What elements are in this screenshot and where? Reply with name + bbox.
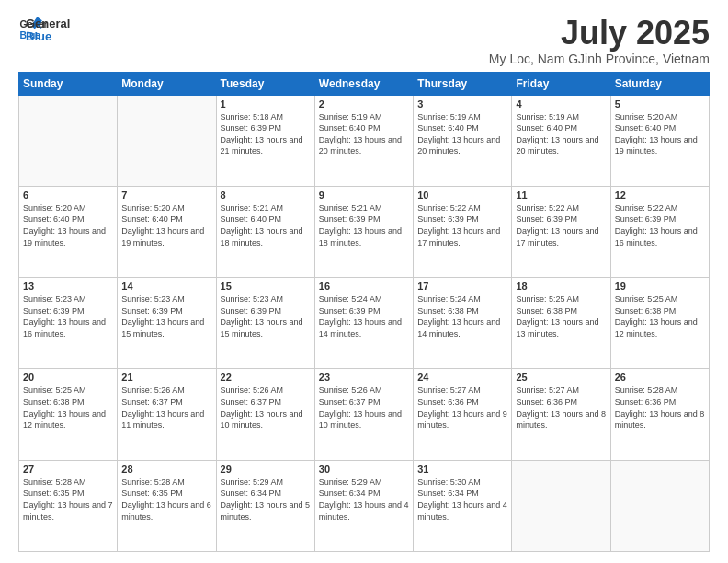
day-number: 10 bbox=[417, 190, 507, 201]
week-row-2: 13Sunrise: 5:23 AM Sunset: 6:39 PM Dayli… bbox=[19, 278, 710, 369]
logo: General Blue General Blue bbox=[18, 15, 70, 44]
day-number: 24 bbox=[417, 372, 507, 383]
day-info: Sunrise: 5:25 AM Sunset: 6:38 PM Dayligh… bbox=[23, 385, 113, 431]
day-info: Sunrise: 5:25 AM Sunset: 6:38 PM Dayligh… bbox=[516, 293, 606, 339]
day-number: 9 bbox=[319, 190, 409, 201]
calendar-cell-w3-d3: 23Sunrise: 5:26 AM Sunset: 6:37 PM Dayli… bbox=[314, 369, 413, 460]
calendar-cell-w4-d2: 29Sunrise: 5:29 AM Sunset: 6:34 PM Dayli… bbox=[216, 460, 314, 551]
day-info: Sunrise: 5:30 AM Sunset: 6:34 PM Dayligh… bbox=[417, 477, 507, 523]
day-info: Sunrise: 5:28 AM Sunset: 6:36 PM Dayligh… bbox=[615, 385, 705, 431]
calendar-cell-w3-d5: 25Sunrise: 5:27 AM Sunset: 6:36 PM Dayli… bbox=[512, 369, 610, 460]
day-info: Sunrise: 5:26 AM Sunset: 6:37 PM Dayligh… bbox=[221, 385, 311, 431]
day-number: 12 bbox=[615, 190, 705, 201]
calendar-cell-w1-d5: 11Sunrise: 5:22 AM Sunset: 6:39 PM Dayli… bbox=[512, 186, 610, 277]
day-info: Sunrise: 5:27 AM Sunset: 6:36 PM Dayligh… bbox=[417, 385, 507, 431]
day-number: 7 bbox=[121, 190, 211, 201]
day-number: 6 bbox=[23, 190, 113, 201]
day-info: Sunrise: 5:24 AM Sunset: 6:38 PM Dayligh… bbox=[417, 293, 507, 339]
day-number: 18 bbox=[516, 281, 606, 292]
day-info: Sunrise: 5:24 AM Sunset: 6:39 PM Dayligh… bbox=[319, 293, 409, 339]
week-row-1: 6Sunrise: 5:20 AM Sunset: 6:40 PM Daylig… bbox=[19, 186, 710, 277]
header-friday: Friday bbox=[512, 72, 610, 95]
calendar-cell-w0-d3: 2Sunrise: 5:19 AM Sunset: 6:40 PM Daylig… bbox=[314, 95, 413, 186]
calendar-cell-w0-d6: 5Sunrise: 5:20 AM Sunset: 6:40 PM Daylig… bbox=[610, 95, 709, 186]
day-info: Sunrise: 5:29 AM Sunset: 6:34 PM Dayligh… bbox=[319, 477, 409, 523]
calendar-cell-w3-d6: 26Sunrise: 5:28 AM Sunset: 6:36 PM Dayli… bbox=[610, 369, 709, 460]
week-row-3: 20Sunrise: 5:25 AM Sunset: 6:38 PM Dayli… bbox=[19, 369, 710, 460]
header-sunday: Sunday bbox=[19, 72, 118, 95]
day-info: Sunrise: 5:23 AM Sunset: 6:39 PM Dayligh… bbox=[23, 293, 113, 339]
week-row-0: 1Sunrise: 5:18 AM Sunset: 6:39 PM Daylig… bbox=[19, 95, 710, 186]
calendar-cell-w1-d3: 9Sunrise: 5:21 AM Sunset: 6:39 PM Daylig… bbox=[314, 186, 413, 277]
calendar-cell-w2-d3: 16Sunrise: 5:24 AM Sunset: 6:39 PM Dayli… bbox=[314, 278, 413, 369]
week-row-4: 27Sunrise: 5:28 AM Sunset: 6:35 PM Dayli… bbox=[19, 460, 710, 551]
day-number: 27 bbox=[23, 464, 113, 475]
day-number: 17 bbox=[417, 281, 507, 292]
calendar-cell-w2-d0: 13Sunrise: 5:23 AM Sunset: 6:39 PM Dayli… bbox=[19, 278, 118, 369]
day-number: 19 bbox=[615, 281, 705, 292]
day-number: 5 bbox=[615, 98, 705, 109]
subtitle: My Loc, Nam GJinh Province, Vietnam bbox=[489, 52, 710, 66]
day-number: 8 bbox=[221, 190, 311, 201]
day-info: Sunrise: 5:22 AM Sunset: 6:39 PM Dayligh… bbox=[516, 202, 606, 248]
day-number: 4 bbox=[516, 98, 606, 109]
calendar-cell-w2-d6: 19Sunrise: 5:25 AM Sunset: 6:38 PM Dayli… bbox=[610, 278, 709, 369]
day-info: Sunrise: 5:20 AM Sunset: 6:40 PM Dayligh… bbox=[121, 202, 211, 248]
day-info: Sunrise: 5:23 AM Sunset: 6:39 PM Dayligh… bbox=[121, 293, 211, 339]
calendar-cell-w1-d6: 12Sunrise: 5:22 AM Sunset: 6:39 PM Dayli… bbox=[610, 186, 709, 277]
day-info: Sunrise: 5:28 AM Sunset: 6:35 PM Dayligh… bbox=[121, 477, 211, 523]
calendar-cell-w1-d2: 8Sunrise: 5:21 AM Sunset: 6:40 PM Daylig… bbox=[216, 186, 314, 277]
header: General Blue General Blue July 2025 My L… bbox=[18, 15, 710, 66]
day-number: 26 bbox=[615, 372, 705, 383]
day-number: 23 bbox=[319, 372, 409, 383]
day-info: Sunrise: 5:21 AM Sunset: 6:40 PM Dayligh… bbox=[221, 202, 311, 248]
title-block: July 2025 My Loc, Nam GJinh Province, Vi… bbox=[489, 15, 710, 66]
day-number: 14 bbox=[121, 281, 211, 292]
day-number: 20 bbox=[23, 372, 113, 383]
day-number: 2 bbox=[319, 98, 409, 109]
day-number: 11 bbox=[516, 190, 606, 201]
calendar-cell-w2-d5: 18Sunrise: 5:25 AM Sunset: 6:38 PM Dayli… bbox=[512, 278, 610, 369]
day-info: Sunrise: 5:27 AM Sunset: 6:36 PM Dayligh… bbox=[516, 385, 606, 431]
calendar-table: Sunday Monday Tuesday Wednesday Thursday… bbox=[18, 72, 710, 552]
day-number: 31 bbox=[417, 464, 507, 475]
day-info: Sunrise: 5:26 AM Sunset: 6:37 PM Dayligh… bbox=[319, 385, 409, 431]
calendar-cell-w2-d2: 15Sunrise: 5:23 AM Sunset: 6:39 PM Dayli… bbox=[216, 278, 314, 369]
logo-general: General bbox=[26, 17, 70, 30]
calendar-cell-w3-d1: 21Sunrise: 5:26 AM Sunset: 6:37 PM Dayli… bbox=[118, 369, 216, 460]
calendar-cell-w0-d1 bbox=[118, 95, 216, 186]
day-number: 30 bbox=[319, 464, 409, 475]
calendar-cell-w1-d4: 10Sunrise: 5:22 AM Sunset: 6:39 PM Dayli… bbox=[414, 186, 512, 277]
calendar-cell-w4-d3: 30Sunrise: 5:29 AM Sunset: 6:34 PM Dayli… bbox=[314, 460, 413, 551]
day-info: Sunrise: 5:25 AM Sunset: 6:38 PM Dayligh… bbox=[615, 293, 705, 339]
day-info: Sunrise: 5:22 AM Sunset: 6:39 PM Dayligh… bbox=[615, 202, 705, 248]
calendar-cell-w2-d4: 17Sunrise: 5:24 AM Sunset: 6:38 PM Dayli… bbox=[414, 278, 512, 369]
day-number: 22 bbox=[221, 372, 311, 383]
main-title: July 2025 bbox=[489, 15, 710, 52]
day-info: Sunrise: 5:29 AM Sunset: 6:34 PM Dayligh… bbox=[221, 477, 311, 523]
calendar-cell-w0-d4: 3Sunrise: 5:19 AM Sunset: 6:40 PM Daylig… bbox=[414, 95, 512, 186]
page: General Blue General Blue July 2025 My L… bbox=[0, 0, 728, 563]
day-info: Sunrise: 5:22 AM Sunset: 6:39 PM Dayligh… bbox=[417, 202, 507, 248]
calendar-cell-w4-d1: 28Sunrise: 5:28 AM Sunset: 6:35 PM Dayli… bbox=[118, 460, 216, 551]
day-info: Sunrise: 5:26 AM Sunset: 6:37 PM Dayligh… bbox=[121, 385, 211, 431]
header-thursday: Thursday bbox=[414, 72, 512, 95]
calendar-cell-w0-d5: 4Sunrise: 5:19 AM Sunset: 6:40 PM Daylig… bbox=[512, 95, 610, 186]
header-monday: Monday bbox=[118, 72, 216, 95]
day-number: 21 bbox=[121, 372, 211, 383]
day-number: 16 bbox=[319, 281, 409, 292]
calendar-header-row: Sunday Monday Tuesday Wednesday Thursday… bbox=[19, 72, 710, 95]
day-info: Sunrise: 5:19 AM Sunset: 6:40 PM Dayligh… bbox=[516, 111, 606, 157]
day-info: Sunrise: 5:21 AM Sunset: 6:39 PM Dayligh… bbox=[319, 202, 409, 248]
day-number: 28 bbox=[121, 464, 211, 475]
calendar-cell-w1-d1: 7Sunrise: 5:20 AM Sunset: 6:40 PM Daylig… bbox=[118, 186, 216, 277]
calendar-cell-w4-d6 bbox=[610, 460, 709, 551]
calendar-cell-w0-d2: 1Sunrise: 5:18 AM Sunset: 6:39 PM Daylig… bbox=[216, 95, 314, 186]
day-number: 15 bbox=[221, 281, 311, 292]
day-info: Sunrise: 5:28 AM Sunset: 6:35 PM Dayligh… bbox=[23, 477, 113, 523]
header-tuesday: Tuesday bbox=[216, 72, 314, 95]
header-wednesday: Wednesday bbox=[314, 72, 413, 95]
day-info: Sunrise: 5:19 AM Sunset: 6:40 PM Dayligh… bbox=[417, 111, 507, 157]
calendar-cell-w2-d1: 14Sunrise: 5:23 AM Sunset: 6:39 PM Dayli… bbox=[118, 278, 216, 369]
calendar-cell-w4-d0: 27Sunrise: 5:28 AM Sunset: 6:35 PM Dayli… bbox=[19, 460, 118, 551]
